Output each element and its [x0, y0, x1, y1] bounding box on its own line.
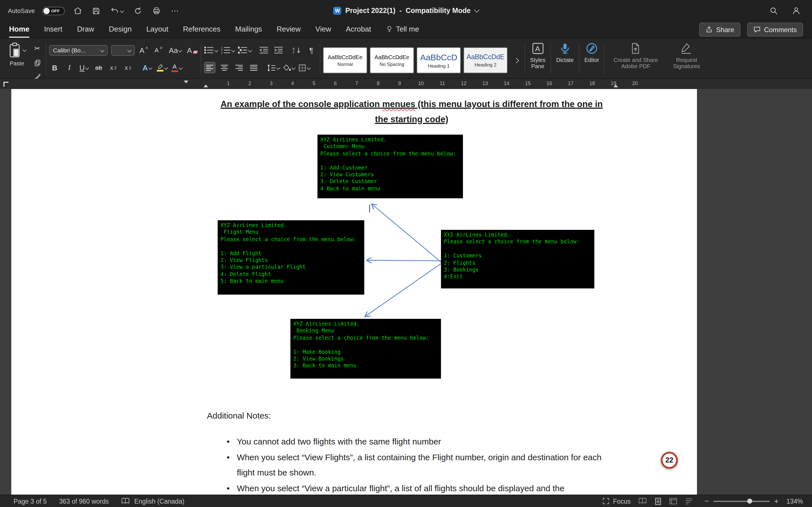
word-count[interactable]: 363 of 960 words — [59, 498, 109, 504]
tab-acrobat[interactable]: Acrobat — [346, 22, 371, 38]
tab-design[interactable]: Design — [109, 22, 132, 38]
zoom-in-button[interactable]: + — [774, 497, 778, 505]
ribbon-tab-bar: Home Insert Draw Design Layout Reference… — [0, 21, 812, 38]
underline-button[interactable]: U — [79, 62, 90, 73]
zoom-slider-knob[interactable] — [747, 499, 752, 504]
sort-button[interactable]: AZ — [291, 45, 302, 56]
tab-draw[interactable]: Draw — [77, 22, 94, 38]
align-center-icon — [220, 64, 229, 71]
ruler-number: 15 — [525, 80, 530, 86]
subscript-button[interactable]: x2 — [108, 62, 119, 73]
align-left-button[interactable] — [204, 62, 215, 73]
clear-formatting-button[interactable]: A — [187, 45, 198, 56]
tab-view[interactable]: View — [315, 22, 331, 38]
highlight-color-button[interactable] — [156, 62, 167, 73]
notes-view-button[interactable] — [686, 497, 693, 505]
borders-button[interactable] — [298, 62, 310, 73]
svg-text:3: 3 — [221, 52, 222, 54]
undo-button[interactable] — [109, 4, 125, 17]
microphone-icon — [559, 42, 571, 55]
home-button[interactable] — [72, 4, 83, 17]
page-indicator[interactable]: Page 3 of 5 — [13, 498, 47, 504]
tab-selector-icon[interactable] — [3, 82, 8, 87]
save-button[interactable] — [91, 4, 102, 17]
hanging-indent-marker[interactable] — [204, 84, 208, 87]
style-normal[interactable]: AaBbCcDdEe Normal — [323, 47, 367, 73]
focus-toggle[interactable]: Focus — [602, 497, 631, 505]
paragraph-group: 123 AZ ¶ — [204, 41, 317, 77]
console-customer-menu: XYZ AirLines Limited. Customer Menu Plea… — [317, 135, 463, 198]
align-center-button[interactable] — [219, 62, 230, 73]
tab-layout[interactable]: Layout — [146, 22, 168, 38]
style-heading-2[interactable]: AaBbCcDdE Heading 2 — [463, 47, 507, 73]
cut-button[interactable]: ✂ — [32, 43, 43, 54]
language-indicator[interactable]: English (Canada) — [134, 498, 185, 504]
comments-button[interactable]: Comments — [747, 22, 803, 37]
bold-button[interactable]: B — [49, 62, 60, 73]
proofing-book-icon[interactable] — [121, 497, 130, 505]
font-size-select[interactable] — [111, 45, 135, 55]
shading-button[interactable] — [283, 62, 295, 73]
styles-gallery-more-button[interactable] — [510, 55, 522, 66]
redo-button[interactable] — [132, 4, 144, 17]
dictate-button[interactable]: Dictate — [554, 41, 576, 77]
print-button[interactable] — [151, 4, 162, 17]
tab-tell-me[interactable]: Tell me — [386, 22, 419, 38]
justify-button[interactable] — [248, 62, 259, 73]
account-button[interactable] — [791, 4, 802, 17]
paste-button[interactable]: Paste — [6, 41, 28, 68]
person-icon — [792, 6, 801, 15]
bullet-list-button[interactable] — [204, 45, 218, 56]
tab-references[interactable]: References — [183, 22, 220, 38]
print-layout-button[interactable] — [655, 497, 662, 505]
multilevel-list-button[interactable] — [238, 45, 252, 56]
superscript-button[interactable]: x2 — [122, 62, 134, 73]
line-spacing-button[interactable] — [267, 62, 280, 73]
styles-pane-button[interactable]: A StylesPane — [528, 41, 548, 77]
zoom-out-button[interactable]: − — [705, 497, 709, 505]
console-menus-figure[interactable]: XYZ AirLines Limited. Customer Menu Plea… — [209, 131, 599, 382]
increase-indent-button[interactable] — [273, 45, 284, 56]
share-button[interactable]: Share — [699, 22, 741, 37]
request-signatures-button[interactable]: RequestSignatures — [664, 41, 709, 77]
tab-review[interactable]: Review — [276, 22, 301, 38]
tab-mailings[interactable]: Mailings — [235, 22, 262, 38]
zoom-slider[interactable] — [713, 501, 770, 502]
tab-insert[interactable]: Insert — [44, 22, 62, 38]
more-commands-button[interactable]: ⋯ — [169, 4, 181, 17]
italic-button[interactable]: I — [64, 62, 75, 73]
tab-home[interactable]: Home — [9, 22, 29, 38]
shrink-font-button[interactable]: A˅ — [153, 45, 164, 56]
badge-22[interactable]: 22 — [661, 452, 678, 469]
style-no-spacing[interactable]: AaBbCcDdEe No Spacing — [370, 47, 414, 73]
font-name-select[interactable]: Calibri (Bo... — [49, 45, 108, 55]
print-icon — [152, 6, 161, 15]
read-mode-button[interactable] — [639, 497, 647, 505]
title-chevron-icon[interactable] — [474, 7, 479, 13]
scissors-icon: ✂ — [35, 45, 40, 52]
style-heading-1[interactable]: AaBbCcD Heading 1 — [417, 47, 461, 73]
font-color-button[interactable]: A — [171, 62, 182, 73]
web-layout-button[interactable] — [670, 497, 677, 505]
additional-notes-heading: Additional Notes: — [207, 411, 271, 420]
list-item: You cannot add two flights with the same… — [226, 434, 603, 449]
zoom-percent[interactable]: 134% — [786, 498, 803, 504]
lightbulb-icon — [386, 25, 393, 33]
align-right-button[interactable] — [234, 62, 245, 73]
decrease-indent-button[interactable] — [258, 45, 269, 56]
first-line-indent-marker[interactable] — [184, 80, 188, 83]
copy-button[interactable] — [32, 57, 43, 68]
grow-font-button[interactable]: A˄ — [138, 45, 149, 56]
create-share-adobe-pdf-button[interactable]: Create and ShareAdobe PDF — [608, 41, 664, 77]
search-button[interactable] — [768, 4, 779, 17]
change-case-button[interactable]: Aa — [167, 45, 183, 56]
editor-button[interactable]: Editor — [582, 41, 601, 77]
strikethrough-button[interactable]: ab — [93, 62, 104, 73]
show-paragraph-marks-button[interactable]: ¶ — [306, 45, 317, 56]
document-heading: An example of the console application me… — [207, 96, 616, 127]
autosave-toggle[interactable]: OFF — [42, 6, 64, 15]
text-effects-button[interactable]: A — [142, 62, 153, 73]
numbered-list-button[interactable]: 123 — [221, 45, 235, 56]
document-page[interactable]: An example of the console application me… — [11, 89, 697, 495]
increase-indent-icon — [274, 46, 283, 54]
